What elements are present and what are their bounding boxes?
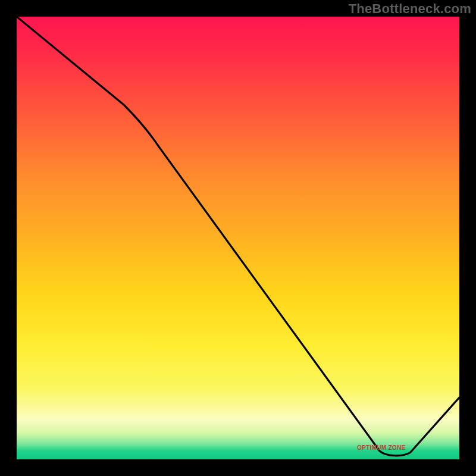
optimum-marker-label: OPTIMUM ZONE	[357, 444, 405, 451]
watermark-text: TheBottleneck.com	[349, 1, 471, 17]
chart-frame: TheBottleneck.com OPTIMUM ZONE	[0, 0, 476, 476]
plot-area: OPTIMUM ZONE	[17, 17, 459, 459]
curve-line	[17, 17, 459, 459]
bottleneck-curve	[17, 17, 459, 456]
